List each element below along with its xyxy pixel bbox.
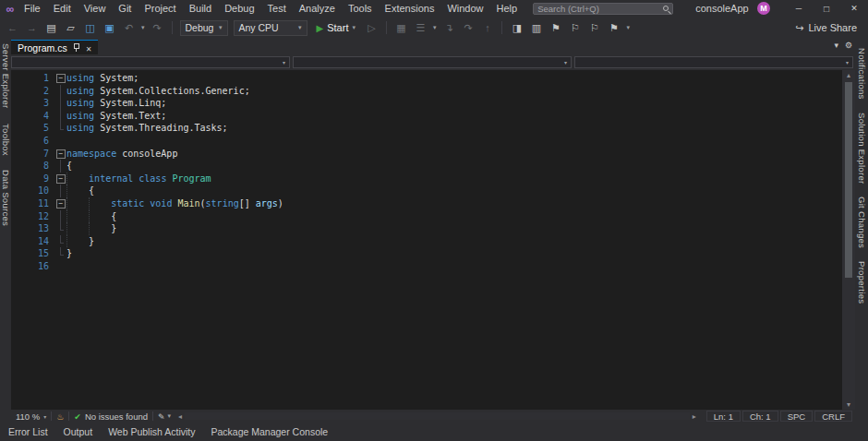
start-without-debugging-icon[interactable]: ▷ — [365, 20, 379, 35]
vertical-scrollbar[interactable] — [842, 70, 855, 410]
pin-tab-icon[interactable] — [73, 43, 80, 52]
menu-build[interactable]: Build — [183, 0, 218, 17]
code-line-14[interactable]: 14 } — [11, 235, 842, 248]
code-line-9[interactable]: 9 internal class Program — [11, 173, 842, 185]
menu-help[interactable]: Help — [490, 0, 524, 17]
search-box[interactable] — [533, 3, 673, 15]
menu-analyze[interactable]: Analyze — [293, 0, 342, 17]
menu-edit[interactable]: Edit — [47, 0, 78, 17]
scrollbar-thumb[interactable] — [845, 82, 852, 278]
bottom-tab-package-manager-console[interactable]: Package Manager Console — [211, 426, 328, 437]
menu-extensions[interactable]: Extensions — [379, 0, 441, 17]
code-line-13[interactable]: 13 } — [11, 222, 842, 235]
save-icon[interactable]: ◫ — [83, 20, 97, 35]
line-number[interactable]: 16 — [11, 260, 55, 273]
line-number[interactable]: 6 — [11, 135, 55, 148]
rail-tab-server-explorer[interactable]: Server Explorer — [1, 43, 11, 109]
code-line-8[interactable]: 8{ — [11, 160, 842, 173]
menu-tools[interactable]: Tools — [342, 0, 379, 17]
breadcrumb-dropdown-3[interactable] — [574, 56, 853, 68]
document-health-indicator[interactable]: No issues found — [74, 411, 148, 422]
build-selection-icon[interactable]: ☰ — [414, 20, 428, 35]
bookmark-icon[interactable]: ⚑ — [549, 20, 562, 35]
menu-file[interactable]: File — [18, 0, 47, 17]
spaces-indicator[interactable]: SPC — [780, 411, 814, 422]
breadcrumb-dropdown-1[interactable] — [11, 56, 290, 68]
new-project-icon[interactable]: ▤ — [44, 20, 58, 35]
undo-icon[interactable]: ↶ — [122, 20, 136, 35]
rail-tab-properties[interactable]: Properties — [857, 261, 867, 304]
line-number[interactable]: 9 — [11, 173, 55, 185]
nav-forward-icon[interactable]: → — [25, 20, 39, 35]
close-button[interactable] — [840, 0, 868, 17]
line-number[interactable]: 13 — [11, 222, 55, 235]
code-line-7[interactable]: 7namespace consoleApp — [11, 148, 842, 161]
rail-tab-git-changes[interactable]: Git Changes — [857, 197, 867, 248]
line-number[interactable]: 7 — [11, 148, 55, 161]
rail-tab-toolbox[interactable]: Toolbox — [1, 124, 11, 156]
code-line-15[interactable]: 15} — [11, 247, 842, 260]
find-in-files-icon[interactable]: ◨ — [510, 20, 524, 35]
code-line-16[interactable]: 16 — [11, 260, 842, 273]
zoom-control[interactable]: 110 % — [16, 411, 46, 422]
live-share-button[interactable]: Live Share — [795, 22, 857, 34]
step-into-icon[interactable]: ↴ — [441, 20, 455, 35]
scroll-right-icon[interactable] — [690, 412, 699, 421]
line-number[interactable]: 3 — [11, 97, 55, 110]
line-number[interactable]: 1 — [11, 72, 55, 85]
bookmark-prev-icon[interactable]: ⚐ — [568, 20, 582, 35]
editor-options-gear-icon[interactable]: ⚙ — [845, 41, 852, 50]
attach-to-process-icon[interactable]: ▦ — [394, 20, 408, 35]
code-cleanup-icon[interactable] — [56, 411, 64, 422]
line-number[interactable]: 11 — [11, 197, 55, 210]
solution-configurations-dropdown[interactable]: Debug — [180, 20, 228, 36]
search-input[interactable] — [537, 4, 659, 14]
line-ending-indicator[interactable]: CRLF — [814, 411, 852, 422]
line-number[interactable]: 4 — [11, 110, 55, 123]
save-all-icon[interactable]: ▣ — [102, 20, 116, 35]
edit-mode-control[interactable] — [158, 411, 171, 422]
bottom-tab-web-publish-activity[interactable]: Web Publish Activity — [108, 426, 195, 437]
code-area[interactable]: 1using System;2using System.Collections.… — [11, 70, 842, 410]
line-number[interactable]: 5 — [11, 122, 55, 135]
code-line-1[interactable]: 1using System; — [11, 72, 842, 85]
menu-git[interactable]: Git — [112, 0, 138, 17]
line-number[interactable]: 10 — [11, 185, 55, 197]
step-out-icon[interactable]: ↑ — [480, 20, 494, 35]
maximize-button[interactable] — [813, 0, 840, 17]
fold-toggle-icon[interactable] — [55, 173, 66, 185]
bottom-tab-error-list[interactable]: Error List — [8, 426, 48, 437]
comment-icon[interactable]: ▥ — [529, 20, 543, 35]
column-indicator[interactable]: Ch: 1 — [742, 411, 778, 422]
code-line-11[interactable]: 11 static void Main(string[] args) — [11, 197, 842, 210]
line-number[interactable]: 14 — [11, 235, 55, 248]
code-line-3[interactable]: 3using System.Linq; — [11, 97, 842, 110]
tab-program-cs[interactable]: Program.cs — [11, 40, 98, 54]
code-line-10[interactable]: 10 { — [11, 185, 842, 197]
scrollbar-track[interactable] — [185, 412, 690, 420]
redo-icon[interactable]: ↷ — [151, 20, 164, 35]
line-indicator[interactable]: Ln: 1 — [706, 411, 741, 422]
code-line-4[interactable]: 4using System.Text; — [11, 110, 842, 123]
menu-window[interactable]: Window — [440, 0, 489, 17]
account-avatar[interactable]: M — [757, 2, 770, 15]
rail-tab-notifications[interactable]: Notifications — [857, 48, 867, 100]
solution-platforms-dropdown[interactable]: Any CPU — [234, 20, 307, 36]
code-line-6[interactable]: 6 — [11, 135, 842, 148]
nav-back-icon[interactable]: ← — [6, 20, 19, 35]
scroll-down-icon[interactable] — [842, 400, 855, 409]
line-number[interactable]: 15 — [11, 247, 55, 260]
breadcrumb-dropdown-2[interactable] — [293, 56, 572, 68]
scroll-left-icon[interactable] — [175, 412, 185, 421]
menu-view[interactable]: View — [78, 0, 113, 17]
menu-project[interactable]: Project — [138, 0, 182, 17]
fold-toggle-icon[interactable] — [55, 72, 66, 85]
start-debugging-button[interactable]: Start — [313, 22, 359, 33]
rail-tab-solution-explorer[interactable]: Solution Explorer — [857, 113, 867, 184]
code-line-2[interactable]: 2using System.Collections.Generic; — [11, 85, 842, 98]
rail-tab-data-sources[interactable]: Data Sources — [1, 170, 11, 226]
fold-toggle-icon[interactable] — [55, 197, 66, 210]
step-over-icon[interactable]: ↷ — [461, 20, 475, 35]
minimize-button[interactable] — [785, 0, 813, 17]
bookmark-menu-icon[interactable]: ⚑ — [607, 20, 621, 35]
